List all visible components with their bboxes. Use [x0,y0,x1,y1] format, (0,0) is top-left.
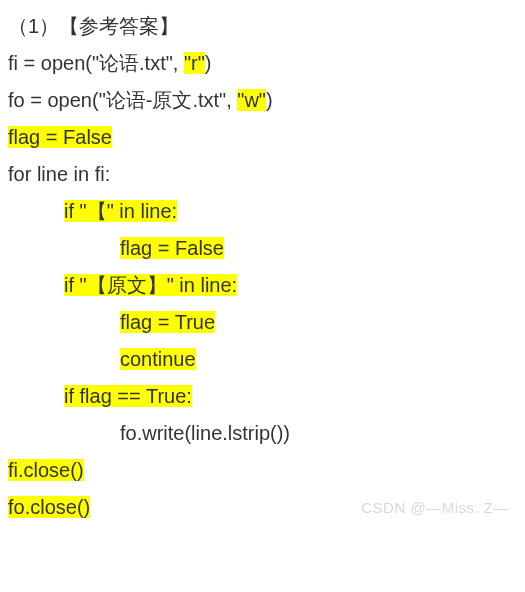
code-line-2: fo = open("论语-原文.txt", "w") [8,82,517,119]
highlight: if "【" in line: [64,200,177,222]
code-line-8: flag = True [8,304,517,341]
highlight: "r" [184,52,205,74]
code-text: ) [205,52,212,74]
highlight: fi.close() [8,459,84,481]
highlight: "w" [237,89,266,111]
watermark-text: CSDN @—Miss. Z— [361,494,509,522]
code-line-4: for line in fi: [8,156,517,193]
highlight: fo.close() [8,496,90,518]
highlight: if flag == True: [64,385,192,407]
code-text: fi = open("论语.txt", [8,52,184,74]
highlight: flag = False [8,126,112,148]
code-line-1: fi = open("论语.txt", "r") [8,45,517,82]
code-text: fo.write(line.lstrip()) [120,422,290,444]
code-line-10: if flag == True: [8,378,517,415]
code-line-5: if "【" in line: [8,193,517,230]
code-text: ) [266,89,273,111]
highlight: flag = True [120,311,215,333]
code-line-3: flag = False [8,119,517,156]
code-line-12: fi.close() [8,452,517,489]
code-line-11: fo.write(line.lstrip()) [8,415,517,452]
code-line-9: continue [8,341,517,378]
code-line-7: if "【原文】" in line: [8,267,517,304]
code-text: for line in fi: [8,163,110,185]
highlight: continue [120,348,196,370]
highlight: flag = False [120,237,224,259]
highlight: if "【原文】" in line: [64,274,237,296]
code-text: fo = open("论语-原文.txt", [8,89,237,111]
header-line: （1）【参考答案】 [8,8,517,45]
code-line-6: flag = False [8,230,517,267]
